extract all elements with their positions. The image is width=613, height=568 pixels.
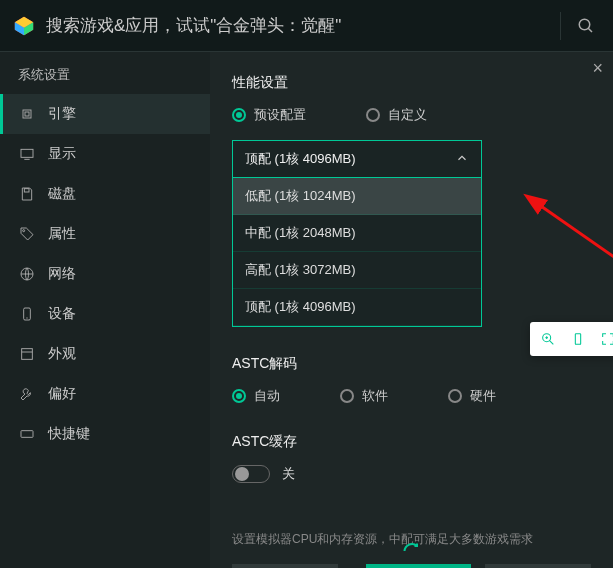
dropdown-selected[interactable]: 顶配 (1核 4096MB) <box>233 141 481 177</box>
sidebar-item-disk[interactable]: 磁盘 <box>0 174 210 214</box>
astc-cache-section: ASTC缓存 关 <box>232 433 591 483</box>
svg-rect-8 <box>21 149 33 157</box>
settings-content: × 性能设置 预设配置 自定义 顶配 (1核 4096MB) 低配 (1核 10… <box>210 52 613 568</box>
sidebar: 系统设置 引擎 显示 磁盘 属性 网络 设备 外观 <box>0 52 210 568</box>
wrench-icon <box>18 385 36 403</box>
sidebar-item-label: 外观 <box>48 345 76 363</box>
divider <box>560 12 561 40</box>
sidebar-item-property[interactable]: 属性 <box>0 214 210 254</box>
close-button[interactable]: × <box>592 58 603 79</box>
perf-mode-radios: 预设配置 自定义 <box>232 106 591 124</box>
radio-dot-icon <box>340 389 354 403</box>
dropdown-options: 低配 (1核 1024MB) 中配 (1核 2048MB) 高配 (1核 307… <box>233 177 481 326</box>
appearance-icon <box>18 345 36 363</box>
svg-line-5 <box>588 28 592 32</box>
radio-label: 硬件 <box>470 387 496 405</box>
cancel-button[interactable]: 取消 <box>485 564 591 568</box>
sidebar-item-label: 快捷键 <box>48 425 90 443</box>
svg-point-4 <box>579 19 590 30</box>
radio-astc-auto[interactable]: 自动 <box>232 387 280 405</box>
radio-dot-icon <box>448 389 462 403</box>
astc-cache-title: ASTC缓存 <box>232 433 591 451</box>
radio-dot-icon <box>232 108 246 122</box>
astc-decode-title: ASTC解码 <box>232 355 591 373</box>
clear-astc-button[interactable]: 清理ASTC缓存 <box>232 564 338 568</box>
radio-dot-icon <box>232 389 246 403</box>
perf-preset-dropdown: 顶配 (1核 4096MB) 低配 (1核 1024MB) 中配 (1核 204… <box>232 140 482 327</box>
device-icon <box>18 305 36 323</box>
main: 系统设置 引擎 显示 磁盘 属性 网络 设备 外观 <box>0 52 613 568</box>
radio-label: 软件 <box>362 387 388 405</box>
radio-astc-software[interactable]: 软件 <box>340 387 388 405</box>
dropdown-option-top[interactable]: 顶配 (1核 4096MB) <box>233 289 481 326</box>
svg-line-23 <box>549 340 553 344</box>
disk-icon <box>18 185 36 203</box>
searchbar: 搜索游戏&应用，试试"合金弹头：觉醒" <box>0 0 613 52</box>
sidebar-item-label: 显示 <box>48 145 76 163</box>
sidebar-item-label: 设备 <box>48 305 76 323</box>
cpu-icon <box>18 105 36 123</box>
sidebar-title: 系统设置 <box>0 52 210 94</box>
sidebar-item-device[interactable]: 设备 <box>0 294 210 334</box>
refresh-icon[interactable] <box>402 541 422 564</box>
ok-button[interactable]: 确定 <box>366 564 472 568</box>
sidebar-item-preference[interactable]: 偏好 <box>0 374 210 414</box>
astc-cache-toggle[interactable] <box>232 465 270 483</box>
sidebar-item-appearance[interactable]: 外观 <box>0 334 210 374</box>
radio-label: 预设配置 <box>254 106 306 124</box>
globe-icon <box>18 265 36 283</box>
sidebar-item-display[interactable]: 显示 <box>0 134 210 174</box>
dropdown-option-mid[interactable]: 中配 (1核 2048MB) <box>233 215 481 252</box>
annotation-arrow-icon <box>520 192 613 292</box>
svg-rect-17 <box>21 431 33 438</box>
radio-astc-hardware[interactable]: 硬件 <box>448 387 496 405</box>
astc-cache-state: 关 <box>282 465 295 483</box>
radio-preset[interactable]: 预设配置 <box>232 106 306 124</box>
sidebar-item-label: 磁盘 <box>48 185 76 203</box>
dropdown-selected-label: 顶配 (1核 4096MB) <box>245 150 356 168</box>
svg-rect-15 <box>22 349 33 360</box>
svg-rect-26 <box>575 334 580 345</box>
astc-decode-section: ASTC解码 自动 软件 硬件 <box>232 355 591 405</box>
keyboard-icon <box>18 425 36 443</box>
svg-rect-6 <box>23 110 31 118</box>
radio-label: 自动 <box>254 387 280 405</box>
radio-label: 自定义 <box>388 106 427 124</box>
search-button[interactable] <box>569 9 603 43</box>
sidebar-item-engine[interactable]: 引擎 <box>0 94 210 134</box>
footer-buttons: 清理ASTC缓存 确定 取消 <box>232 564 591 568</box>
chevron-up-icon <box>455 151 469 168</box>
tag-icon <box>18 225 36 243</box>
monitor-icon <box>18 145 36 163</box>
search-input[interactable]: 搜索游戏&应用，试试"合金弹头：觉醒" <box>46 14 552 37</box>
sidebar-item-label: 网络 <box>48 265 76 283</box>
radio-dot-icon <box>366 108 380 122</box>
tool-fullscreen-button[interactable] <box>594 326 613 352</box>
sidebar-item-label: 偏好 <box>48 385 76 403</box>
sidebar-item-network[interactable]: 网络 <box>0 254 210 294</box>
tool-device-button[interactable] <box>564 326 592 352</box>
svg-rect-10 <box>24 189 29 192</box>
perf-title: 性能设置 <box>232 74 591 92</box>
sidebar-item-shortcut[interactable]: 快捷键 <box>0 414 210 454</box>
dropdown-option-high[interactable]: 高配 (1核 3072MB) <box>233 252 481 289</box>
sidebar-item-label: 属性 <box>48 225 76 243</box>
sidebar-item-label: 引擎 <box>48 105 76 123</box>
tool-zoom-button[interactable] <box>534 326 562 352</box>
svg-rect-7 <box>25 112 29 116</box>
annotation-toolbar <box>530 322 613 356</box>
svg-point-11 <box>23 230 25 232</box>
dropdown-option-low[interactable]: 低配 (1核 1024MB) <box>233 178 481 215</box>
radio-custom[interactable]: 自定义 <box>366 106 427 124</box>
app-logo <box>10 12 38 40</box>
svg-line-21 <box>538 204 613 282</box>
